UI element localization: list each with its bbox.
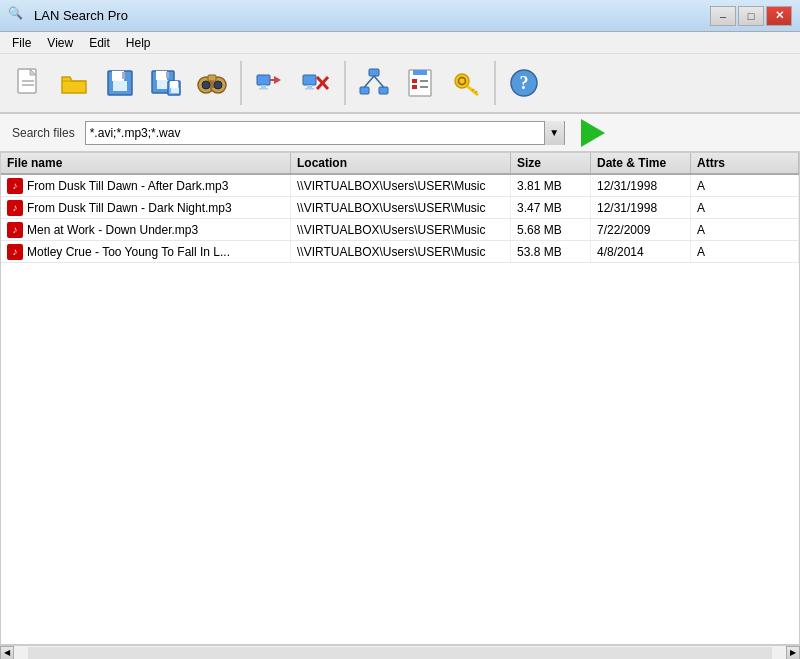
keys-button[interactable] — [444, 61, 488, 105]
music-file-icon: ♪ — [7, 222, 23, 238]
save-as-button[interactable] — [144, 61, 188, 105]
horizontal-scrollbar[interactable]: ◀ ▶ — [0, 645, 800, 659]
menu-view[interactable]: View — [39, 34, 81, 52]
network-icon — [358, 67, 390, 99]
svg-rect-35 — [413, 70, 427, 75]
menu-edit[interactable]: Edit — [81, 34, 118, 52]
cell-datetime: 7/22/2009 — [591, 219, 691, 240]
col-location: Location — [291, 153, 511, 173]
table-row[interactable]: ♪ Motley Crue - Too Young To Fall In L..… — [1, 241, 799, 263]
svg-rect-5 — [113, 81, 127, 91]
cell-filename: ♪ From Dusk Till Dawn - Dark Night.mp3 — [1, 197, 291, 218]
svg-rect-31 — [379, 87, 388, 94]
stop-button[interactable] — [294, 61, 338, 105]
cell-filename: ♪ Motley Crue - Too Young To Fall In L..… — [1, 241, 291, 262]
cell-size: 53.8 MB — [511, 241, 591, 262]
cell-location: \\VIRTUALBOX\Users\USER\Music — [291, 219, 511, 240]
svg-rect-22 — [259, 88, 268, 90]
cell-location: \\VIRTUALBOX\Users\USER\Music — [291, 197, 511, 218]
keys-icon — [450, 67, 482, 99]
col-attrs: Attrs — [691, 153, 799, 173]
network-search-button[interactable] — [248, 61, 292, 105]
title-bar-left: 🔍 LAN Search Pro — [8, 6, 128, 26]
title-bar-controls: – □ ✕ — [710, 6, 792, 26]
title-bar: 🔍 LAN Search Pro – □ ✕ — [0, 0, 800, 32]
svg-rect-21 — [261, 85, 266, 88]
svg-rect-8 — [156, 71, 167, 80]
scroll-left-button[interactable]: ◀ — [0, 646, 14, 660]
svg-rect-24 — [303, 75, 316, 85]
svg-point-18 — [214, 81, 222, 89]
table-row[interactable]: ♪ From Dusk Till Dawn - After Dark.mp3 \… — [1, 175, 799, 197]
save-icon — [104, 67, 136, 99]
new-file-icon — [12, 67, 44, 99]
maximize-button[interactable]: □ — [738, 6, 764, 26]
search-input-wrapper: ▼ — [85, 121, 565, 145]
svg-rect-6 — [122, 72, 125, 79]
open-folder-icon — [58, 67, 90, 99]
cell-attrs: A — [691, 241, 799, 262]
scroll-right-button[interactable]: ▶ — [786, 646, 800, 660]
checklist-icon — [404, 67, 436, 99]
save-button[interactable] — [98, 61, 142, 105]
svg-rect-29 — [369, 69, 379, 76]
cell-location: \\VIRTUALBOX\Users\USER\Music — [291, 175, 511, 196]
cell-datetime: 12/31/1998 — [591, 175, 691, 196]
menu-bar: File View Edit Help — [0, 32, 800, 54]
music-file-icon: ♪ — [7, 200, 23, 216]
svg-rect-37 — [412, 85, 417, 89]
search-dropdown-arrow[interactable]: ▼ — [544, 121, 564, 145]
toolbar-sep-2 — [344, 61, 346, 105]
scrollbar-track[interactable] — [28, 647, 772, 659]
cell-size: 3.47 MB — [511, 197, 591, 218]
col-datetime: Date & Time — [591, 153, 691, 173]
svg-text:?: ? — [520, 73, 529, 93]
minimize-button[interactable]: – — [710, 6, 736, 26]
menu-help[interactable]: Help — [118, 34, 159, 52]
binoculars-icon — [196, 67, 228, 99]
svg-line-32 — [365, 76, 375, 87]
help-button[interactable]: ? — [502, 61, 546, 105]
toolbar-sep-1 — [240, 61, 242, 105]
go-triangle-icon — [581, 119, 605, 147]
svg-rect-36 — [412, 79, 417, 83]
table-body: ♪ From Dusk Till Dawn - After Dark.mp3 \… — [1, 175, 799, 644]
cell-datetime: 12/31/1998 — [591, 197, 691, 218]
stop-icon — [300, 67, 332, 99]
svg-point-40 — [455, 74, 469, 88]
network-search-icon — [254, 67, 286, 99]
search-go-button[interactable] — [575, 119, 611, 147]
search-label: Search files — [12, 126, 75, 140]
menu-file[interactable]: File — [4, 34, 39, 52]
cell-filename: ♪ Men at Work - Down Under.mp3 — [1, 219, 291, 240]
cell-attrs: A — [691, 197, 799, 218]
help-icon: ? — [508, 67, 540, 99]
svg-rect-12 — [170, 81, 178, 88]
svg-rect-30 — [360, 87, 369, 94]
music-file-icon: ♪ — [7, 244, 23, 260]
new-file-button[interactable] — [6, 61, 50, 105]
search-options-button[interactable] — [190, 61, 234, 105]
checklist-button[interactable] — [398, 61, 442, 105]
cell-datetime: 4/8/2014 — [591, 241, 691, 262]
cell-attrs: A — [691, 219, 799, 240]
col-filename: File name — [1, 153, 291, 173]
toolbar-sep-3 — [494, 61, 496, 105]
music-file-icon: ♪ — [7, 178, 23, 194]
search-input[interactable] — [86, 122, 544, 144]
svg-rect-19 — [208, 75, 216, 81]
svg-rect-13 — [171, 88, 179, 93]
network-view-button[interactable] — [352, 61, 396, 105]
close-button[interactable]: ✕ — [766, 6, 792, 26]
svg-point-17 — [202, 81, 210, 89]
cell-size: 5.68 MB — [511, 219, 591, 240]
app-icon: 🔍 — [8, 6, 28, 26]
open-button[interactable] — [52, 61, 96, 105]
table-row[interactable]: ♪ Men at Work - Down Under.mp3 \\VIRTUAL… — [1, 219, 799, 241]
table-row[interactable]: ♪ From Dusk Till Dawn - Dark Night.mp3 \… — [1, 197, 799, 219]
svg-rect-26 — [305, 88, 314, 90]
search-bar: Search files ▼ — [0, 114, 800, 152]
cell-size: 3.81 MB — [511, 175, 591, 196]
cell-location: \\VIRTUALBOX\Users\USER\Music — [291, 241, 511, 262]
title-bar-title: LAN Search Pro — [34, 8, 128, 23]
